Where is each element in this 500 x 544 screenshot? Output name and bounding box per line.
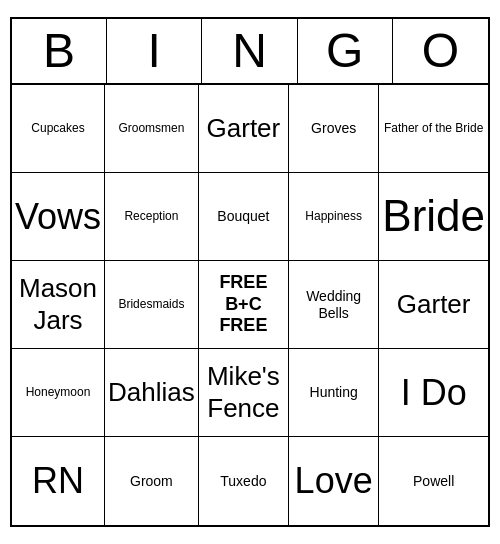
bingo-cell: Powell	[379, 437, 488, 525]
header-letter: I	[107, 19, 202, 83]
bingo-cell: Wedding Bells	[289, 261, 379, 349]
cell-text: Father of the Bride	[384, 121, 483, 135]
bingo-cell: Happiness	[289, 173, 379, 261]
cell-text: Garter	[207, 113, 281, 144]
bingo-cell: Bouquet	[199, 173, 289, 261]
bingo-cell: Tuxedo	[199, 437, 289, 525]
cell-text: Groomsmen	[118, 121, 184, 135]
cell-text: Reception	[124, 209, 178, 223]
bingo-cell: Groomsmen	[105, 85, 199, 173]
cell-text: I Do	[401, 371, 467, 414]
cell-text: Dahlias	[108, 377, 195, 408]
cell-text: Tuxedo	[220, 473, 266, 490]
bingo-cell: Cupcakes	[12, 85, 105, 173]
cell-text: Love	[295, 459, 373, 502]
cell-text: Wedding Bells	[292, 288, 375, 322]
bingo-cell: RN	[12, 437, 105, 525]
bingo-card: BINGO CupcakesGroomsmenGarterGrovesFathe…	[10, 17, 490, 527]
bingo-cell: Father of the Bride	[379, 85, 488, 173]
cell-text: Hunting	[310, 384, 358, 401]
bingo-cell: Hunting	[289, 349, 379, 437]
header-letter: G	[298, 19, 393, 83]
cell-text: Bride	[382, 190, 485, 243]
cell-text: Bouquet	[217, 208, 269, 225]
header-letter: B	[12, 19, 107, 83]
bingo-cell: Garter	[199, 85, 289, 173]
bingo-cell: Mike's Fence	[199, 349, 289, 437]
cell-text: Powell	[413, 473, 454, 490]
bingo-cell: FREE B+C FREE	[199, 261, 289, 349]
cell-text: Groves	[311, 120, 356, 137]
bingo-cell: Bride	[379, 173, 488, 261]
cell-text: Cupcakes	[31, 121, 84, 135]
bingo-header: BINGO	[12, 19, 488, 85]
bingo-cell: Bridesmaids	[105, 261, 199, 349]
cell-text: Garter	[397, 289, 471, 320]
cell-text: Mason Jars	[15, 273, 101, 335]
bingo-cell: I Do	[379, 349, 488, 437]
cell-text: FREE B+C FREE	[219, 272, 267, 337]
cell-text: Vows	[15, 195, 101, 238]
cell-text: Bridesmaids	[118, 297, 184, 311]
cell-text: Honeymoon	[26, 385, 91, 399]
bingo-grid: CupcakesGroomsmenGarterGrovesFather of t…	[12, 85, 488, 525]
bingo-cell: Honeymoon	[12, 349, 105, 437]
header-letter: O	[393, 19, 488, 83]
bingo-cell: Reception	[105, 173, 199, 261]
bingo-cell: Groom	[105, 437, 199, 525]
bingo-cell: Garter	[379, 261, 488, 349]
header-letter: N	[202, 19, 297, 83]
bingo-cell: Love	[289, 437, 379, 525]
bingo-cell: Groves	[289, 85, 379, 173]
cell-text: RN	[32, 459, 84, 502]
bingo-cell: Dahlias	[105, 349, 199, 437]
cell-text: Groom	[130, 473, 173, 490]
cell-text: Mike's Fence	[202, 361, 285, 423]
cell-text: Happiness	[305, 209, 362, 223]
bingo-cell: Vows	[12, 173, 105, 261]
bingo-cell: Mason Jars	[12, 261, 105, 349]
